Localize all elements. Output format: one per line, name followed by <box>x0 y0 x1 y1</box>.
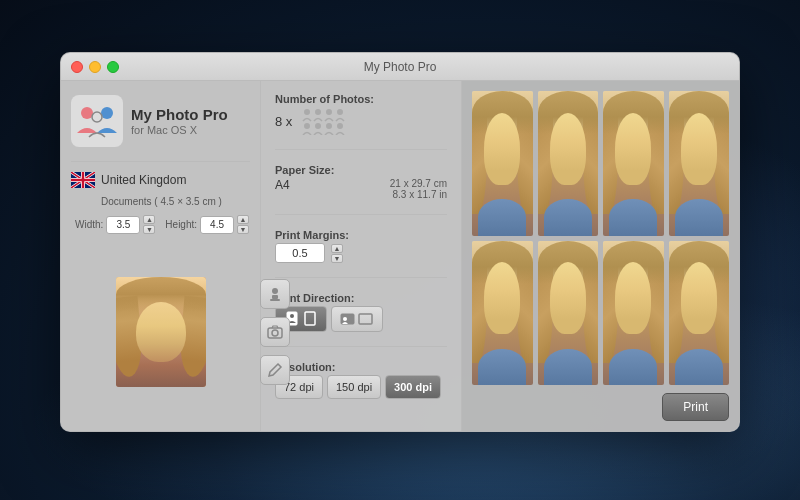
traffic-lights <box>61 61 119 73</box>
height-label: Height: <box>165 219 197 230</box>
flag-icon <box>71 172 95 188</box>
res-300-button[interactable]: 300 dpi <box>385 375 441 399</box>
photos-count: 8 x <box>275 114 292 129</box>
height-down[interactable]: ▼ <box>237 225 249 234</box>
right-panel: Print <box>461 81 739 431</box>
app-window: My Photo Pro <box>60 52 740 432</box>
grid-photo-3 <box>603 91 664 236</box>
width-up[interactable]: ▲ <box>143 215 155 224</box>
photos-row: 8 x <box>275 107 447 135</box>
divider-4 <box>275 277 447 278</box>
svg-point-14 <box>304 123 310 129</box>
svg-rect-23 <box>359 314 372 324</box>
width-label: Width: <box>75 219 103 230</box>
svg-rect-21 <box>341 314 354 324</box>
photo-face-detail <box>136 302 186 362</box>
photos-icon-grid <box>302 107 346 135</box>
margin-up[interactable]: ▲ <box>331 244 343 253</box>
app-header: My Photo Pro for Mac OS X <box>71 91 250 151</box>
divider-5 <box>275 346 447 347</box>
svg-point-5 <box>272 288 278 294</box>
dimensions-row: Width: 3.5 ▲ ▼ Height: 4.5 ▲ <box>71 215 250 234</box>
svg-point-16 <box>326 123 332 129</box>
svg-point-15 <box>315 123 321 129</box>
width-down[interactable]: ▼ <box>143 225 155 234</box>
height-input[interactable]: 4.5 <box>200 216 234 234</box>
app-icon <box>71 95 123 147</box>
svg-point-19 <box>290 314 294 318</box>
resolution-label: Resolution: <box>275 361 447 373</box>
svg-rect-20 <box>305 312 315 325</box>
svg-rect-7 <box>270 299 280 301</box>
resolution-buttons: 72 dpi 150 dpi 300 dpi <box>275 375 447 399</box>
margins-label: Print Margins: <box>275 229 447 241</box>
stamp-button[interactable] <box>260 279 290 309</box>
res-150-button[interactable]: 150 dpi <box>327 375 381 399</box>
divider-2 <box>275 149 447 150</box>
svg-rect-0 <box>71 95 123 147</box>
direction-section: Print Direction: <box>275 292 447 332</box>
app-name: My Photo Pro <box>131 106 228 124</box>
maximize-button[interactable] <box>107 61 119 73</box>
country-name: United Kingdom <box>101 173 186 187</box>
country-row: United Kingdom <box>71 172 250 188</box>
width-stepper[interactable]: ▲ ▼ <box>143 215 155 234</box>
middle-panel: Number of Photos: 8 x <box>261 81 461 431</box>
doc-type: Documents ( 4.5 × 3.5 cm ) <box>71 196 250 207</box>
paper-dims: 21 x 29.7 cm 8.3 x 11.7 in <box>390 178 447 200</box>
svg-point-10 <box>304 109 310 115</box>
margin-down[interactable]: ▼ <box>331 254 343 263</box>
photo-preview <box>116 277 206 387</box>
window-body: My Photo Pro for Mac OS X U <box>61 81 739 431</box>
paper-size-name: A4 <box>275 178 290 192</box>
grid-photo-6 <box>538 241 599 386</box>
svg-point-1 <box>81 107 93 119</box>
grid-photo-4 <box>669 91 730 236</box>
height-stepper[interactable]: ▲ ▼ <box>237 215 249 234</box>
left-panel: My Photo Pro for Mac OS X U <box>61 81 261 431</box>
close-button[interactable] <box>71 61 83 73</box>
minimize-button[interactable] <box>89 61 101 73</box>
svg-point-13 <box>337 109 343 115</box>
direction-buttons <box>275 306 447 332</box>
num-photos-section: Number of Photos: 8 x <box>275 93 447 135</box>
titlebar: My Photo Pro <box>61 53 739 81</box>
num-photos-label: Number of Photos: <box>275 93 447 105</box>
app-subtitle: for Mac OS X <box>131 124 228 136</box>
margin-row: 0.5 ▲ ▼ <box>275 243 447 263</box>
edit-button[interactable] <box>260 355 290 385</box>
paper-size-label: Paper Size: <box>275 164 447 176</box>
window-title: My Photo Pro <box>364 60 437 74</box>
camera-button[interactable] <box>260 317 290 347</box>
width-input[interactable]: 3.5 <box>106 216 140 234</box>
grid-photo-8 <box>669 241 730 386</box>
landscape-button[interactable] <box>331 306 383 332</box>
grid-photo-5 <box>472 241 533 386</box>
photo-preview-area <box>71 242 250 421</box>
photo-face-bg <box>116 277 206 387</box>
svg-point-2 <box>101 107 113 119</box>
paper-size-section: Paper Size: A4 21 x 29.7 cm 8.3 x 11.7 i… <box>275 164 447 200</box>
svg-point-9 <box>272 330 278 336</box>
height-group: Height: 4.5 ▲ ▼ <box>165 215 249 234</box>
photo-grid <box>472 91 729 385</box>
height-up[interactable]: ▲ <box>237 215 249 224</box>
direction-label: Print Direction: <box>275 292 447 304</box>
resolution-section: Resolution: 72 dpi 150 dpi 300 dpi <box>275 361 447 399</box>
margin-stepper[interactable]: ▲ ▼ <box>331 244 343 263</box>
svg-point-22 <box>343 317 347 321</box>
grid-photo-1 <box>472 91 533 236</box>
svg-point-17 <box>337 123 343 129</box>
divider-1 <box>71 161 250 162</box>
grid-photo-7 <box>603 241 664 386</box>
width-group: Width: 3.5 ▲ ▼ <box>75 215 155 234</box>
grid-photo-2 <box>538 91 599 236</box>
print-button[interactable]: Print <box>662 393 729 421</box>
app-title-area: My Photo Pro for Mac OS X <box>131 106 228 136</box>
svg-rect-6 <box>272 295 278 299</box>
margins-section: Print Margins: 0.5 ▲ ▼ <box>275 229 447 263</box>
paper-size-row: A4 21 x 29.7 cm 8.3 x 11.7 in <box>275 178 447 200</box>
svg-point-12 <box>326 109 332 115</box>
divider-3 <box>275 214 447 215</box>
print-btn-row: Print <box>472 389 729 421</box>
